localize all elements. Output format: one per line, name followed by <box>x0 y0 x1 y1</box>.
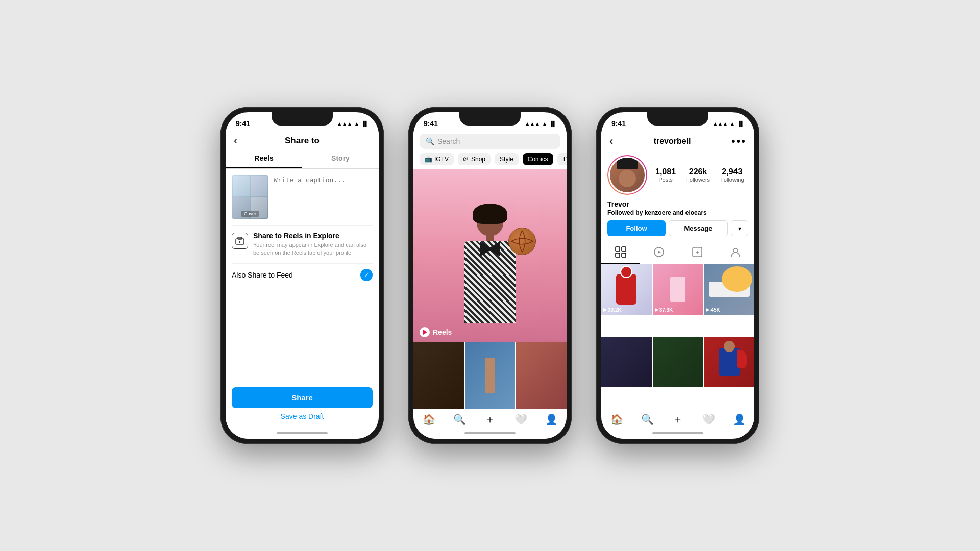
profile-screen: ‹ trevorbell ••• 1,081 Posts <box>601 132 754 439</box>
count-text-1: 30.2K <box>608 307 622 313</box>
shop-label: Shop <box>471 156 485 163</box>
nav-profile-3[interactable]: 👤 <box>733 413 745 425</box>
bottom-bar-2 <box>413 428 567 439</box>
stats-row: 1,081 Posts 226k Followers 2,943 Followi… <box>655 167 744 183</box>
tab-reels[interactable]: Reels <box>226 149 302 168</box>
post-person-2 <box>670 277 685 302</box>
followed-user-1[interactable]: kenzoere <box>645 209 671 216</box>
nav-search-3[interactable]: 🔍 <box>641 413 653 425</box>
search-bar[interactable]: 🔍 Search <box>420 134 560 149</box>
nav-plus-2[interactable]: ＋ <box>484 413 496 425</box>
message-button[interactable]: Message <box>669 220 728 236</box>
person-head <box>477 210 503 236</box>
also-share-row[interactable]: Also Share to Feed ✓ <box>226 264 379 286</box>
tab-mentions[interactable] <box>716 241 754 264</box>
signal-icon-3: ▲▲▲ <box>713 121 728 127</box>
grid-icon <box>615 246 626 258</box>
person-figure <box>454 199 526 342</box>
shop-icon: 🛍 <box>463 156 469 163</box>
category-shop[interactable]: 🛍 Shop <box>458 153 491 165</box>
follow-button[interactable]: Follow <box>607 220 666 236</box>
category-tv[interactable]: TV & Movie <box>557 153 567 165</box>
thumb-3[interactable] <box>516 342 567 409</box>
category-igtv[interactable]: 📺 IGTV <box>420 153 454 165</box>
tv-label: TV & Movie <box>562 156 567 163</box>
nav-profile-2[interactable]: 👤 <box>545 413 557 425</box>
nav-heart-3[interactable]: 🤍 <box>702 413 715 425</box>
post-2[interactable]: ▶ 37.3K <box>653 264 703 315</box>
reels-explore-icon <box>232 233 248 249</box>
posts-grid: ▶ 30.2K ▶ 37.3K <box>601 264 754 409</box>
dropdown-button[interactable]: ▾ <box>731 220 748 236</box>
explore-subtitle: Your reel may appear in Explore and can … <box>253 241 373 257</box>
back-button[interactable]: ‹ <box>234 134 237 147</box>
tab-grid[interactable] <box>601 241 640 264</box>
battery-icon-2: ▐▌ <box>549 121 556 127</box>
avatar-ring <box>607 155 647 195</box>
avatar-image <box>608 156 646 194</box>
svg-point-8 <box>733 248 738 253</box>
tab-reels-profile[interactable] <box>640 241 678 264</box>
count-text-3: 45K <box>710 307 720 313</box>
post-6[interactable] <box>704 337 754 388</box>
phones-container: 9:41 ▲▲▲ ▲ ▐▌ ‹ Share to Reels Story <box>220 107 760 444</box>
cover-label: Cover <box>241 211 259 217</box>
post-3-count: ▶ 45K <box>706 307 720 313</box>
nav-heart-2[interactable]: 🤍 <box>514 413 527 425</box>
category-style[interactable]: Style <box>495 153 519 165</box>
share-button[interactable]: Share <box>232 387 373 408</box>
avatar-hat <box>617 160 638 169</box>
status-time-2: 9:41 <box>424 119 438 128</box>
caption-input[interactable] <box>274 175 373 219</box>
thumb-1[interactable] <box>413 342 464 409</box>
nav-search-2[interactable]: 🔍 <box>453 413 465 425</box>
thumb-face-2 <box>251 176 267 196</box>
neck <box>486 236 494 241</box>
person-icon <box>730 246 741 258</box>
status-icons-1: ▲▲▲ ▲ ▐▌ <box>337 121 369 127</box>
wifi-icon-2: ▲ <box>542 121 547 127</box>
profile-more-btn[interactable]: ••• <box>731 135 746 148</box>
notch-2 <box>459 112 521 126</box>
profile-back-btn[interactable]: ‹ <box>609 135 613 148</box>
hair <box>473 204 507 224</box>
play-icon-2: ▶ <box>655 307 658 312</box>
posts-label: Posts <box>655 177 676 183</box>
tab-story[interactable]: Story <box>302 149 379 168</box>
also-share-checkbox[interactable]: ✓ <box>360 269 373 281</box>
nav-home-2[interactable]: 🏠 <box>423 413 435 425</box>
also-share-label: Also Share to Feed <box>232 271 293 279</box>
thumb-bg-1 <box>413 342 464 409</box>
search-placeholder-text: Search <box>437 137 460 145</box>
battery-icon: ▐▌ <box>361 121 369 127</box>
category-comics[interactable]: Comics <box>523 153 553 165</box>
avatar-face <box>619 170 636 187</box>
thumb-2[interactable] <box>465 342 516 409</box>
count-text-2: 37.3K <box>659 307 673 313</box>
bottom-nav-3: 🏠 🔍 ＋ 🤍 👤 <box>601 409 754 428</box>
cape <box>737 350 747 370</box>
explore-text: Share to Reels in Explore Your reel may … <box>253 232 373 257</box>
thumb-bg-3 <box>516 342 567 409</box>
post-1[interactable]: ▶ 30.2K <box>601 264 652 315</box>
home-indicator-2 <box>464 432 516 434</box>
stat-followers: 226k Followers <box>686 167 710 183</box>
tab-tagged[interactable] <box>678 241 716 264</box>
followed-user-2[interactable]: eloears <box>685 209 707 216</box>
post-5[interactable] <box>653 337 703 388</box>
post-4[interactable] <box>601 337 652 388</box>
svg-rect-5 <box>622 253 626 257</box>
post-1-count: ▶ 30.2K <box>603 307 622 313</box>
nav-home-3[interactable]: 🏠 <box>610 413 623 425</box>
nav-plus-3[interactable]: ＋ <box>672 413 684 425</box>
save-draft-button[interactable]: Save as Draft <box>232 408 373 424</box>
play-icon <box>423 330 427 335</box>
basketball <box>508 228 536 255</box>
svg-rect-2 <box>616 247 620 251</box>
profile-header: ‹ trevorbell ••• <box>601 132 754 151</box>
reel-label: Reels <box>420 327 452 337</box>
post-3[interactable]: ▶ 45K <box>704 264 754 315</box>
share-explore-row: Share to Reels in Explore Your reel may … <box>226 226 379 263</box>
phone-2: 9:41 ▲▲▲ ▲ ▐▌ 🔍 Search 📺 IGT <box>408 107 572 444</box>
search-bar-row: 🔍 Search <box>413 132 567 153</box>
